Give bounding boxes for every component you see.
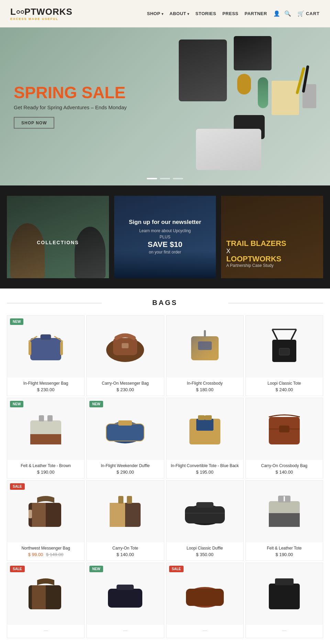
product-name-2: In-Flight Crossbody (169, 381, 241, 386)
product-card-9[interactable]: Carry-On Tote $ 140.00 (86, 480, 164, 561)
bag-svg-2 (183, 328, 227, 365)
badge-new-13: NEW (89, 566, 103, 572)
product-card-5[interactable]: NEW In-Flight Weekender Duffle $ 290.00 (86, 398, 164, 478)
product-image-1 (87, 316, 164, 377)
svg-rect-39 (127, 496, 132, 504)
product-image-6 (166, 398, 243, 460)
newsletter-footer: on your first order (114, 249, 216, 255)
product-name-0: In-Flight Messenger Bag (10, 381, 81, 386)
product-card-8[interactable]: SALE Northwest Messenger Bag $ 99.00 $ 1… (7, 480, 85, 561)
search-icon[interactable]: 🔍 (284, 10, 291, 17)
product-info-4: Felt & Leather Tote - Brown $ 190.00 (7, 460, 84, 478)
product-price-2: $ 180.00 (169, 387, 241, 392)
product-name-12: — (10, 628, 81, 633)
product-price-0: $ 230.00 (10, 387, 81, 392)
product-price-5: $ 290.00 (89, 470, 161, 475)
nav-icons: 👤 🔍 (273, 10, 291, 17)
cart-button[interactable]: 🛒 CART (297, 10, 320, 17)
mid-section: COLLECTIONS Sign up for our newsletter L… (0, 185, 330, 289)
product-price-8: $ 99.00 $ 149.00 (10, 552, 81, 557)
product-price-1: $ 230.00 (89, 387, 161, 392)
trail-line1: TRAIL BLAZERS (226, 239, 318, 248)
svg-rect-21 (47, 415, 53, 421)
trailblazers-card[interactable]: TRAIL BLAZERS X LOOPTWORKS A Partnership… (221, 196, 323, 278)
hero-content: SPRING SALE Get Ready for Spring Adventu… (14, 84, 127, 129)
collections-card[interactable]: COLLECTIONS (7, 196, 109, 278)
badge-sale-8: SALE (10, 483, 25, 490)
product-name-7: Carry-On Crossbody Bag (249, 463, 320, 468)
product-name-4: Felt & Leather Tote - Brown (10, 463, 81, 468)
product-info-14: — (166, 625, 243, 638)
product-price-10: $ 350.00 (169, 552, 241, 557)
nav-partner[interactable]: PARTNER (245, 11, 267, 16)
hero-dot-2[interactable] (160, 178, 170, 179)
product-card-7[interactable]: Carry-On Crossbody Bag $ 140.00 (245, 398, 323, 478)
cart-label: CART (306, 11, 320, 16)
product-card-6[interactable]: In-Flight Convertible Tote - Blue Back $… (166, 398, 244, 478)
product-card-10[interactable]: Loopi Classic Duffle $ 350.00 (166, 480, 244, 561)
svg-rect-19 (30, 434, 61, 444)
product-info-12: — (7, 625, 84, 638)
hero-carousel-dots (147, 178, 183, 179)
user-icon[interactable]: 👤 (273, 10, 280, 17)
svg-rect-55 (269, 584, 300, 609)
product-card-0[interactable]: NEW In-Flight Messenger Bag $ 230.00 (7, 315, 85, 396)
nav-shop[interactable]: SHOP (147, 11, 163, 16)
newsletter-card[interactable]: Sign up for our newsletter Learn more ab… (114, 196, 216, 278)
original-price-8: $ 149.00 (46, 552, 64, 557)
hero-shop-now-button[interactable]: SHOP NOW (14, 117, 54, 129)
product-card-1[interactable]: Carry-On Messenger Bag $ 230.00 (86, 315, 164, 396)
newsletter-title: Sign up for our newsletter (114, 219, 216, 226)
svg-rect-29 (205, 415, 212, 420)
main-nav: SHOP ABOUT STORIES PRESS PARTNER 👤 🔍 🛒 C… (147, 10, 320, 17)
product-name-11: Felt & Leather Tote (249, 546, 320, 551)
newsletter-body: Learn more about Upcycling (114, 228, 216, 234)
hero-dot-1[interactable] (147, 178, 157, 179)
product-name-10: Loopi Classic Duffle (169, 546, 241, 551)
product-card-14[interactable]: SALE — (166, 563, 244, 638)
product-image-3 (246, 316, 323, 377)
bags-section: BAGS NEW In-Flight Messenger Bag $ 230.0… (0, 289, 330, 644)
product-card-13[interactable]: NEW — (86, 563, 164, 638)
collections-label: COLLECTIONS (37, 240, 79, 245)
product-price-7: $ 140.00 (249, 470, 320, 475)
nav-stories[interactable]: STORIES (196, 11, 216, 16)
bag-svg-12 (23, 575, 68, 613)
bag-svg-13 (103, 575, 147, 613)
svg-rect-35 (29, 510, 32, 518)
svg-rect-17 (279, 348, 289, 355)
badge-sale-14: SALE (169, 566, 184, 572)
hero-dot-3[interactable] (173, 178, 183, 179)
svg-rect-20 (39, 415, 44, 421)
svg-rect-28 (198, 415, 205, 420)
logo[interactable]: L PTWORKS EXCESS MADE USEFUL (10, 7, 73, 21)
product-price-4: $ 190.00 (10, 470, 81, 475)
product-card-4[interactable]: NEW Felt & Leather Tote - Brown $ 190.00 (7, 398, 85, 478)
nav-about[interactable]: ABOUT (169, 11, 189, 16)
product-card-15[interactable]: — (245, 563, 323, 638)
svg-rect-51 (108, 589, 142, 608)
svg-rect-52 (117, 585, 134, 590)
badge-new-0: NEW (10, 318, 23, 325)
product-image-2 (166, 316, 243, 377)
product-image-15 (246, 563, 323, 625)
trail-sub: A Partnership Case Study (226, 263, 318, 268)
bag-svg-6 (183, 410, 227, 448)
product-info-2: In-Flight Crossbody $ 180.00 (166, 377, 243, 396)
nav-press[interactable]: PRESS (222, 11, 239, 16)
product-card-3[interactable]: Loopi Classic Tote $ 240.00 (245, 315, 323, 396)
product-card-2[interactable]: In-Flight Crossbody $ 180.00 (166, 315, 244, 396)
hero-banner: SPRING SALE Get Ready for Spring Adventu… (0, 27, 330, 185)
bag-svg-11 (262, 493, 307, 530)
product-info-7: Carry-On Crossbody Bag $ 140.00 (246, 460, 323, 478)
product-name-8: Northwest Messenger Bag (10, 546, 81, 551)
product-card-11[interactable]: Felt & Leather Tote $ 190.00 (245, 480, 323, 561)
product-card-12[interactable]: SALE — (7, 563, 85, 638)
svg-rect-23 (106, 424, 144, 441)
badge-new-5: NEW (89, 401, 103, 407)
bag-svg-14 (183, 575, 227, 613)
bag-svg-15 (262, 575, 307, 613)
hero-sale-text: SPRING SALE (14, 84, 127, 101)
product-info-1: Carry-On Messenger Bag $ 230.00 (87, 377, 164, 396)
svg-rect-50 (32, 585, 46, 609)
